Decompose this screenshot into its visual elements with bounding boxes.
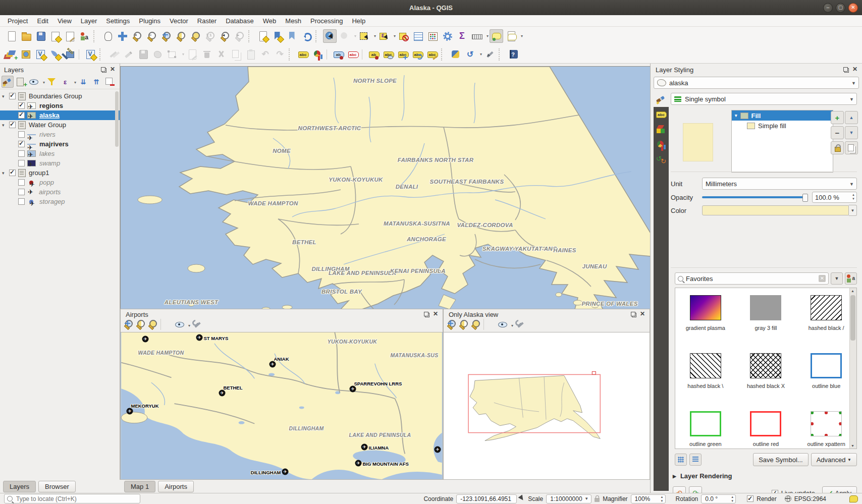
toolbar-button[interactable] xyxy=(327,49,330,60)
highlight-pinned-labels[interactable]: abc xyxy=(346,47,360,61)
layer-tree-row[interactable]: ▾ ✈ rivers xyxy=(0,130,120,139)
coordinate-input[interactable] xyxy=(459,495,514,503)
float-panel-icon[interactable] xyxy=(843,67,849,73)
filter-legend[interactable] xyxy=(46,76,58,88)
close-panel-icon[interactable] xyxy=(640,312,645,317)
map-tips[interactable] xyxy=(490,29,503,43)
menu-item[interactable]: Processing xyxy=(306,16,347,26)
layer-tree-row[interactable]: ▾ ✈ regions xyxy=(0,101,120,110)
show-layout-manager[interactable] xyxy=(63,29,77,43)
zoom-full[interactable] xyxy=(123,319,134,330)
layer-checkbox[interactable] xyxy=(18,131,25,138)
refresh-map[interactable] xyxy=(300,29,313,43)
toolbar-button[interactable] xyxy=(289,48,294,61)
scale-input[interactable] xyxy=(549,495,584,503)
toolbar-button[interactable] xyxy=(441,48,447,61)
symbol-item[interactable]: outline green xyxy=(675,408,736,449)
map-canvas[interactable]: NORTH SLOPENORTHWEST ARCTICNOMEFAIRBANKS… xyxy=(120,66,651,310)
symbol-item[interactable]: gray 3 fill xyxy=(736,292,796,350)
new-memory-layer[interactable] xyxy=(63,47,77,61)
spin-arrows-icon[interactable]: ▲▼ xyxy=(731,495,734,503)
layers-scrollbar[interactable] xyxy=(115,91,119,147)
layer-tree-row[interactable]: ▾ ✈ alaska xyxy=(0,110,120,120)
crs-value[interactable]: EPSG:2964 xyxy=(794,495,826,502)
fill-color-swatch[interactable] xyxy=(702,205,849,215)
layer-checkbox[interactable] xyxy=(18,112,25,119)
menu-item[interactable]: View xyxy=(53,16,76,26)
view-settings[interactable] xyxy=(191,319,202,330)
expand-all[interactable]: ⇊ xyxy=(77,76,89,88)
menu-item[interactable]: Web xyxy=(258,16,281,26)
tab-browser[interactable]: Browser xyxy=(38,481,76,492)
set-view-theme[interactable] xyxy=(174,319,185,330)
magnifier-input[interactable] xyxy=(634,495,658,503)
opacity-spinbox[interactable]: 100.0 % ▲▼ xyxy=(812,192,857,203)
minimize-icon[interactable]: – xyxy=(823,3,833,13)
spin-arrows-icon[interactable]: ▲▼ xyxy=(852,193,855,201)
coordinate-field[interactable] xyxy=(456,494,517,503)
move-symbol-up[interactable]: ▲ xyxy=(845,111,858,124)
zoom-last[interactable]: ◂ xyxy=(218,29,232,43)
layer-checkbox[interactable] xyxy=(9,93,16,99)
layer-labeling-options[interactable]: abc xyxy=(296,47,310,61)
layer-checkbox[interactable] xyxy=(18,160,25,166)
remove-symbol-layer[interactable]: − xyxy=(831,126,844,139)
pan-to-selection[interactable] xyxy=(116,29,129,43)
menu-item[interactable]: Plugins xyxy=(134,16,165,26)
symbol-tree-root[interactable]: ▾ Fill xyxy=(732,110,833,121)
delete-selected[interactable] xyxy=(200,47,213,61)
identify-features[interactable] xyxy=(323,29,337,43)
show-bookmarks[interactable] xyxy=(285,29,299,43)
lock-scale-icon[interactable] xyxy=(595,498,600,502)
close-icon[interactable]: ✕ xyxy=(848,3,858,13)
select-features[interactable] xyxy=(357,29,371,43)
remove-layer[interactable] xyxy=(103,76,116,88)
maximize-icon[interactable]: ▢ xyxy=(836,3,845,13)
run-feature-action[interactable] xyxy=(338,29,351,43)
zoom-out[interactable]: − xyxy=(145,29,158,43)
rotation-spinbox[interactable]: ▲▼ xyxy=(701,494,736,503)
menu-item[interactable]: Vector xyxy=(165,16,193,26)
zoom-full[interactable] xyxy=(446,319,457,330)
layer-tree-row[interactable]: ▾ ✈ group1 xyxy=(0,168,120,178)
tab-labels[interactable]: abc xyxy=(654,107,669,122)
render-checkbox[interactable] xyxy=(747,495,753,502)
save-symbol-button[interactable]: Save Symbol... xyxy=(753,453,808,466)
layer-checkbox[interactable] xyxy=(9,122,16,128)
tab-history[interactable] xyxy=(654,152,669,167)
deselect-all[interactable] xyxy=(397,29,410,43)
symbol-item[interactable]: hashed black / xyxy=(796,292,856,350)
new-map-view[interactable] xyxy=(256,29,270,43)
extents-pointer-icon[interactable] xyxy=(518,494,527,503)
menu-item[interactable]: Settings xyxy=(101,16,134,26)
paste-features[interactable] xyxy=(244,47,257,61)
menu-item[interactable]: Edit xyxy=(32,16,52,26)
unit-selector[interactable]: Millimeters ▼ xyxy=(702,178,857,190)
menu-item[interactable]: Raster xyxy=(193,16,221,26)
duplicate-symbol-layer[interactable] xyxy=(845,141,858,154)
style-manager[interactable]: a xyxy=(78,29,91,43)
new-print-layout[interactable] xyxy=(48,29,62,43)
add-polygon-feature[interactable] xyxy=(151,47,165,61)
zoom-next[interactable]: ▸ xyxy=(233,29,246,43)
change-label[interactable]: abc xyxy=(425,47,439,61)
symbol-tree-child[interactable]: Simple fill xyxy=(732,121,833,131)
style-manager-button[interactable]: a xyxy=(845,272,857,285)
pin-unpin-labels[interactable]: ab xyxy=(367,47,381,61)
expander-icon[interactable]: ▾ xyxy=(2,94,9,99)
symbol-item[interactable]: outline blue xyxy=(796,350,856,408)
renderer-selector[interactable]: Single symbol ▼ xyxy=(671,93,857,105)
layer-tree-row[interactable]: ▾ ✈ Water Group xyxy=(0,120,120,130)
lock-symbol-color[interactable] xyxy=(831,141,844,154)
help-contents[interactable]: ? xyxy=(506,47,520,61)
float-panel-icon[interactable] xyxy=(101,67,106,73)
symbol-item[interactable]: outline red xyxy=(736,408,796,449)
toolbar-button[interactable] xyxy=(79,49,82,60)
zoom-to-layer[interactable] xyxy=(470,319,481,330)
pin-labels[interactable]: ab xyxy=(332,47,345,61)
view-settings[interactable] xyxy=(514,319,525,330)
move-symbol-down[interactable]: ▼ xyxy=(845,126,858,139)
color-dropdown-icon[interactable]: ▼ xyxy=(849,205,857,216)
cut-features[interactable] xyxy=(214,47,228,61)
close-panel-icon[interactable] xyxy=(433,312,439,317)
